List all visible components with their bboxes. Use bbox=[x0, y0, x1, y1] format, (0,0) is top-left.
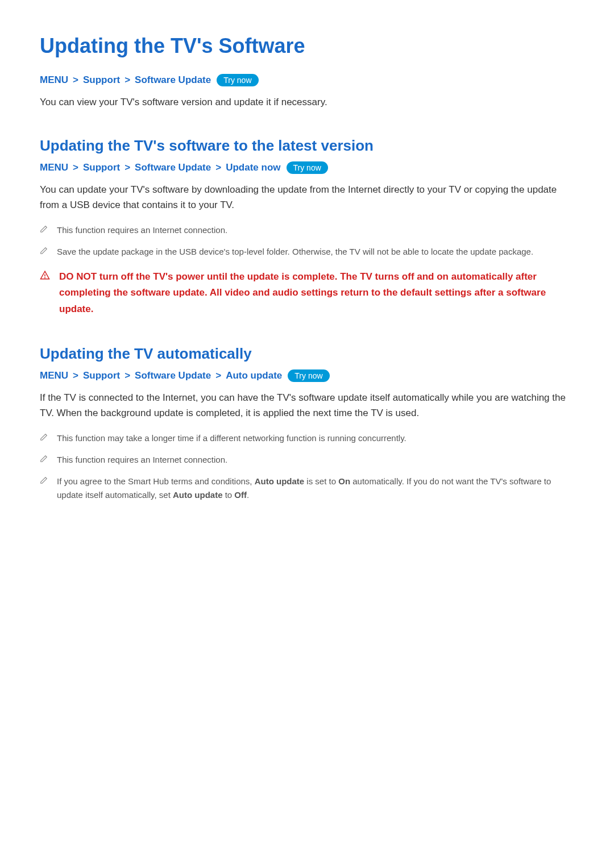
pencil-icon bbox=[40, 247, 48, 255]
section-heading: Updating the TV automatically bbox=[40, 345, 574, 363]
chevron-right-icon: > bbox=[73, 162, 78, 173]
section-update-auto: Updating the TV automatically MENU > Sup… bbox=[40, 345, 574, 501]
note-text-part: to bbox=[223, 490, 235, 500]
crumb-support[interactable]: Support bbox=[83, 74, 120, 86]
crumb-auto-update[interactable]: Auto update bbox=[226, 370, 282, 381]
pencil-icon bbox=[40, 225, 48, 233]
note-text: This function requires an Internet conne… bbox=[57, 453, 574, 467]
section-update-latest: Updating the TV's software to the latest… bbox=[40, 137, 574, 318]
crumb-software-update[interactable]: Software Update bbox=[135, 370, 211, 381]
note-text: Save the update package in the USB devic… bbox=[57, 245, 574, 259]
warning-triangle-icon bbox=[40, 270, 50, 280]
note-item: This function may take a longer time if … bbox=[40, 431, 574, 445]
note-item: If you agree to the Smart Hub terms and … bbox=[40, 475, 574, 502]
note-text-bold: Off bbox=[234, 490, 247, 500]
breadcrumb-auto-update: MENU > Support > Software Update > Auto … bbox=[40, 369, 574, 382]
chevron-right-icon: > bbox=[73, 370, 78, 381]
chevron-right-icon: > bbox=[215, 370, 221, 381]
pencil-icon bbox=[40, 455, 48, 463]
section-body: If the TV is connected to the Internet, … bbox=[40, 390, 574, 421]
crumb-menu[interactable]: MENU bbox=[40, 370, 68, 381]
crumb-menu[interactable]: MENU bbox=[40, 74, 68, 86]
page-title: Updating the TV's Software bbox=[40, 34, 574, 58]
crumb-support[interactable]: Support bbox=[83, 162, 120, 173]
crumb-software-update[interactable]: Software Update bbox=[135, 74, 211, 86]
note-text-part: If you agree to the Smart Hub terms and … bbox=[57, 476, 255, 486]
chevron-right-icon: > bbox=[125, 74, 130, 86]
crumb-software-update[interactable]: Software Update bbox=[135, 162, 211, 173]
note-list: This function may take a longer time if … bbox=[40, 431, 574, 502]
warning-text: DO NOT turn off the TV's power until the… bbox=[59, 269, 574, 318]
try-now-button[interactable]: Try now bbox=[287, 161, 328, 174]
try-now-button[interactable]: Try now bbox=[217, 74, 258, 86]
chevron-right-icon: > bbox=[125, 162, 130, 173]
note-text-bold: Auto update bbox=[255, 476, 305, 486]
section-body: You can update your TV's software by dow… bbox=[40, 182, 574, 213]
note-item: This function requires an Internet conne… bbox=[40, 453, 574, 467]
crumb-menu[interactable]: MENU bbox=[40, 162, 68, 173]
breadcrumb-software-update: MENU > Support > Software Update Try now bbox=[40, 74, 574, 86]
note-text: This function may take a longer time if … bbox=[57, 431, 574, 445]
note-text-bold: Auto update bbox=[173, 490, 223, 500]
chevron-right-icon: > bbox=[125, 370, 130, 381]
try-now-button[interactable]: Try now bbox=[288, 369, 329, 382]
note-text: This function requires an Internet conne… bbox=[57, 223, 574, 237]
crumb-support[interactable]: Support bbox=[83, 370, 120, 381]
note-list: This function requires an Internet conne… bbox=[40, 223, 574, 259]
note-text: If you agree to the Smart Hub terms and … bbox=[57, 475, 574, 502]
crumb-update-now[interactable]: Update now bbox=[226, 162, 280, 173]
note-item: This function requires an Internet conne… bbox=[40, 223, 574, 237]
svg-point-1 bbox=[45, 277, 45, 278]
warning-block: DO NOT turn off the TV's power until the… bbox=[40, 269, 574, 318]
note-text-part: . bbox=[247, 490, 249, 500]
chevron-right-icon: > bbox=[73, 74, 78, 86]
pencil-icon bbox=[40, 476, 48, 484]
note-text-bold: On bbox=[338, 476, 350, 486]
intro-text: You can view your TV's software version … bbox=[40, 94, 574, 110]
note-item: Save the update package in the USB devic… bbox=[40, 245, 574, 259]
note-text-part: is set to bbox=[304, 476, 338, 486]
chevron-right-icon: > bbox=[215, 162, 221, 173]
breadcrumb-update-now: MENU > Support > Software Update > Updat… bbox=[40, 161, 574, 174]
pencil-icon bbox=[40, 433, 48, 441]
section-heading: Updating the TV's software to the latest… bbox=[40, 137, 574, 155]
